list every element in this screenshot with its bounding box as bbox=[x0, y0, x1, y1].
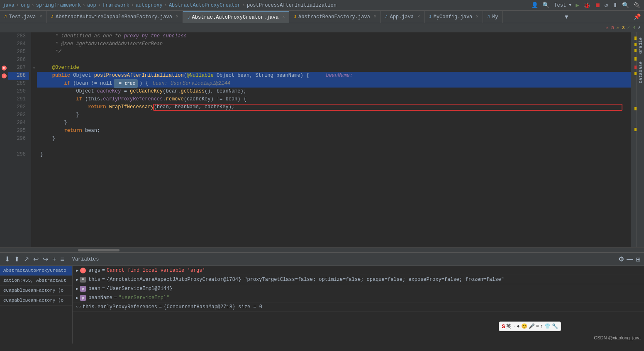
nav-icons: 👤 🔍 Test ▼ ▶ 🐞 ⏹ ↺ ⏸ 🔍 🔌 bbox=[530, 2, 642, 9]
tab-test-close[interactable]: × bbox=[39, 15, 42, 19]
tab-app-close[interactable]: × bbox=[417, 15, 420, 19]
tab-abstractBean[interactable]: J AbstractBeanFactory.java × bbox=[289, 11, 381, 23]
warning-red[interactable]: ⚠ 5 bbox=[606, 25, 614, 30]
search-icon[interactable]: 🔍 bbox=[541, 2, 551, 9]
debug-btn-rerun[interactable]: ↩ bbox=[32, 255, 40, 263]
ime-keyboard[interactable]: ⌨ bbox=[536, 323, 539, 329]
tab-abstractBean-label: AbstractBeanFactory.java bbox=[298, 14, 370, 20]
nav-springframework[interactable]: springframework bbox=[36, 2, 81, 8]
debug-btn-out[interactable]: ↗ bbox=[22, 255, 30, 263]
breakpoint-288[interactable]: ! bbox=[2, 73, 7, 78]
debug-btn-up[interactable]: ⬆ bbox=[13, 255, 21, 263]
nav-class[interactable]: AbstractAutoProxyCreator bbox=[169, 2, 241, 8]
gutter-row-288: ! bbox=[0, 72, 8, 80]
debug-btn-redo[interactable]: ↪ bbox=[41, 255, 49, 263]
ime-mic[interactable]: 🎤 bbox=[529, 323, 535, 329]
tab-abstractAuto-close[interactable]: × bbox=[282, 15, 285, 20]
debug-btn-menu[interactable]: ≡ bbox=[59, 256, 65, 263]
pause-icon[interactable]: ⏸ bbox=[611, 2, 619, 9]
nav-method[interactable]: postProcessAfterInitialization bbox=[247, 2, 337, 8]
java-icon6: J bbox=[429, 15, 432, 20]
var-name-bean: bean bbox=[88, 286, 100, 292]
nav-framework[interactable]: framework bbox=[102, 2, 129, 8]
right-mark-6 bbox=[634, 72, 637, 75]
fold-291 bbox=[31, 95, 37, 103]
ime-lang[interactable]: 英 bbox=[506, 323, 511, 330]
line-num-287: 287 bbox=[8, 64, 29, 72]
settings-btn[interactable]: ⚙ bbox=[618, 255, 624, 263]
sidebar-database[interactable]: Database bbox=[637, 58, 644, 87]
tab-bar: J Test.java × J AbstractAutowireCapableB… bbox=[0, 11, 644, 23]
ime-tool[interactable]: 🔧 bbox=[552, 323, 558, 329]
gutter-row-291 bbox=[0, 95, 8, 103]
nav-java[interactable]: java bbox=[2, 2, 15, 8]
stack-item-3[interactable]: eCapableBeanFactory (o bbox=[0, 286, 72, 296]
ime-toolbar: S 英 · ♦ 😊 🎤 ⌨ ↑ 👕 🔧 bbox=[499, 322, 561, 331]
code-line-286 bbox=[37, 56, 631, 64]
var-name-earlyProxy: this.earlyProxyReferences bbox=[83, 304, 157, 310]
warning-green[interactable]: ✓ 4 bbox=[627, 25, 636, 30]
var-expand-args[interactable]: ▶ bbox=[76, 268, 78, 273]
var-row-this: ▶ ≡ this = {AnnotationAwareAspectJAutoPr… bbox=[73, 275, 644, 284]
code-area[interactable]: * identified as one to proxy by the subc… bbox=[37, 32, 631, 247]
ime-emoji[interactable]: 😊 bbox=[521, 323, 527, 329]
run-config-dropdown[interactable]: ▼ bbox=[568, 3, 573, 7]
var-icon-this: ≡ bbox=[80, 277, 86, 283]
play-icon[interactable]: ▶ bbox=[574, 2, 580, 9]
tab-more-button[interactable]: ▼ bbox=[561, 11, 571, 23]
fold-286 bbox=[31, 56, 37, 64]
tab-app[interactable]: J App.java × bbox=[381, 11, 424, 23]
layout-btn[interactable]: ⊞ bbox=[636, 255, 641, 263]
tab-abstractBean-close[interactable]: × bbox=[374, 15, 376, 19]
rerun-icon[interactable]: ↺ bbox=[603, 2, 609, 9]
var-expand-bean[interactable]: ▶ bbox=[76, 286, 78, 291]
tab-test[interactable]: J Test.java × bbox=[0, 11, 46, 23]
plugin-icon[interactable]: 🔌 bbox=[632, 2, 642, 9]
code-line-291: if (this. earlyProxyReferences . remove … bbox=[37, 95, 631, 103]
debug-btn-add[interactable]: + bbox=[51, 256, 57, 263]
pin-icon[interactable]: 📌 bbox=[630, 11, 644, 23]
debug-btn-down[interactable]: ⬇ bbox=[3, 255, 11, 263]
line-num-298: 298 bbox=[8, 151, 29, 158]
ime-tone[interactable]: ♦ bbox=[517, 324, 520, 329]
ime-dot: · bbox=[512, 324, 515, 329]
fold-col: ▾ bbox=[31, 32, 37, 247]
code-line-292: return wrapIfNecessary (bean, beanName, … bbox=[37, 103, 631, 111]
fold-290 bbox=[31, 88, 37, 95]
debug-icon[interactable]: 🐞 bbox=[582, 2, 592, 9]
var-expand-earlyProxy[interactable]: ○○ bbox=[76, 305, 81, 309]
sidebar-gradle[interactable]: Gradle bbox=[637, 34, 644, 57]
fold-292 bbox=[31, 103, 37, 111]
var-val-beanName: "userServiceImpl" bbox=[119, 295, 169, 301]
stack-item-2[interactable]: zation:455, AbstractAut bbox=[0, 276, 72, 286]
var-expand-this[interactable]: ▶ bbox=[76, 277, 78, 282]
ime-up[interactable]: ↑ bbox=[540, 324, 543, 329]
breakpoint-287[interactable]: m bbox=[2, 66, 7, 71]
search2-icon[interactable]: 🔍 bbox=[621, 2, 630, 9]
h-scrollbar[interactable] bbox=[0, 247, 644, 252]
nav-autoproxy[interactable]: autoproxy bbox=[136, 2, 163, 8]
nav-org[interactable]: org bbox=[21, 2, 30, 8]
expand-icon[interactable]: ∧ bbox=[638, 25, 641, 30]
minimize-btn[interactable]: — bbox=[627, 255, 633, 263]
tab-my[interactable]: J My bbox=[483, 11, 503, 23]
warning-yellow[interactable]: ⚠ 3 bbox=[617, 25, 625, 30]
var-val-earlyProxy: {ConcurrentHashMap@2718} size = 0 bbox=[163, 304, 262, 310]
variables-label: Variables bbox=[72, 256, 99, 262]
tab-myconfig-label: MyConfig.java bbox=[434, 14, 473, 20]
stack-item-4[interactable]: eCapableBeanFactory (o bbox=[0, 296, 72, 306]
var-expand-beanName[interactable]: ▶ bbox=[76, 295, 78, 300]
nav-aop[interactable]: aop bbox=[87, 2, 96, 8]
fold-294 bbox=[31, 119, 37, 127]
tab-abstractAutowire-close[interactable]: × bbox=[176, 15, 178, 19]
h-scroll-thumb[interactable] bbox=[78, 249, 120, 251]
tab-myconfig[interactable]: J MyConfig.java × bbox=[424, 11, 483, 23]
stop-icon[interactable]: ⏹ bbox=[593, 2, 602, 9]
stack-item-1[interactable]: AbstractAutoProxyCreato bbox=[0, 266, 72, 276]
person-icon[interactable]: 👤 bbox=[530, 2, 539, 9]
ime-shirt[interactable]: 👕 bbox=[544, 323, 551, 329]
tab-abstractAutowire[interactable]: J AbstractAutowireCapableBeanFactory.jav… bbox=[46, 11, 183, 23]
debug-hint-beanName: beanName: bbox=[326, 72, 353, 80]
tab-myconfig-close[interactable]: × bbox=[476, 15, 478, 19]
tab-abstractAuto[interactable]: J AbstractAutoProxyCreator.java × bbox=[183, 11, 289, 23]
